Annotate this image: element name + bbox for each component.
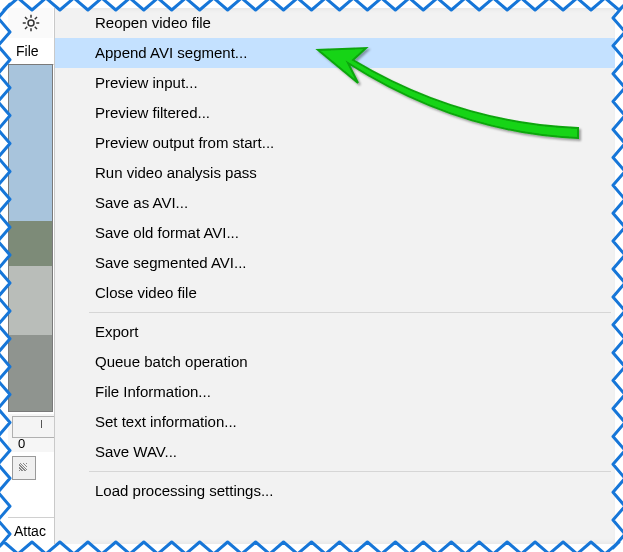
stop-button[interactable] [12, 456, 36, 480]
menu-save-old-format[interactable]: Save old format AVI... [55, 218, 615, 248]
timeline-position: 0 [18, 436, 25, 451]
menu-reopen-video[interactable]: Reopen video file [55, 8, 615, 38]
menu-run-analysis[interactable]: Run video analysis pass [55, 158, 615, 188]
svg-point-0 [28, 20, 34, 26]
menu-preview-filtered[interactable]: Preview filtered... [55, 98, 615, 128]
menu-set-text-information[interactable]: Set text information... [55, 407, 615, 437]
svg-line-5 [25, 17, 27, 19]
title-bar [8, 8, 53, 39]
file-context-menu: Reopen video file Append AVI segment... … [54, 8, 615, 544]
menu-queue-batch[interactable]: Queue batch operation [55, 347, 615, 377]
svg-line-7 [25, 27, 27, 29]
menu-close-video[interactable]: Close video file [55, 278, 615, 308]
menu-export[interactable]: Export [55, 317, 615, 347]
menu-preview-output[interactable]: Preview output from start... [55, 128, 615, 158]
timeline-track[interactable] [12, 416, 56, 438]
toolbar-buttons [8, 456, 56, 486]
menu-load-processing-settings[interactable]: Load processing settings... [55, 476, 615, 506]
svg-line-6 [34, 27, 36, 29]
timeline[interactable]: 0 [8, 414, 56, 452]
menu-append-avi-segment[interactable]: Append AVI segment... [55, 38, 615, 68]
menu-save-segmented[interactable]: Save segmented AVI... [55, 248, 615, 278]
status-label: Attac [14, 523, 46, 539]
svg-line-8 [34, 17, 36, 19]
video-preview [8, 64, 53, 412]
menu-save-wav[interactable]: Save WAV... [55, 437, 615, 467]
menu-file-label: File [16, 43, 39, 59]
menu-preview-input[interactable]: Preview input... [55, 68, 615, 98]
menu-separator [89, 312, 611, 313]
gear-icon [22, 14, 40, 32]
menu-separator [89, 471, 611, 472]
menu-file-information[interactable]: File Information... [55, 377, 615, 407]
menu-save-as-avi[interactable]: Save as AVI... [55, 188, 615, 218]
